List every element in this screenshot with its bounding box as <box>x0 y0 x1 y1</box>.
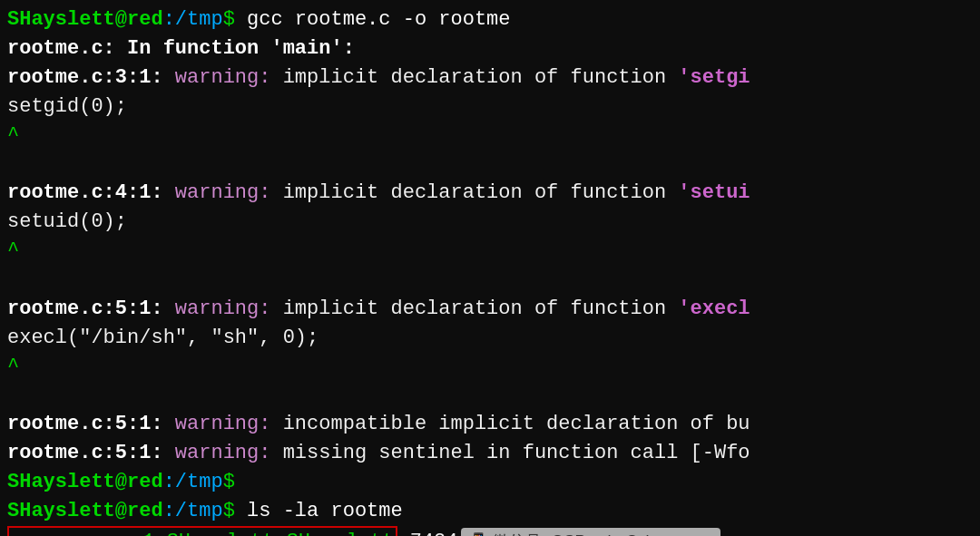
warning-prefix-4: rootme.c:5:1: <box>7 413 175 435</box>
warning-text-1: implicit declaration of function <box>270 66 678 89</box>
command-text: gcc rootme.c -o rootme <box>235 8 511 31</box>
prompt-path-2: :/tmp <box>163 471 223 493</box>
warning-text-4: incompatible implicit declaration of bu <box>270 413 750 435</box>
line-caret-3: ^ <box>0 353 980 382</box>
caret-3: ^ <box>7 356 19 378</box>
warning-text-2: implicit declaration of function <box>270 181 678 204</box>
code-setuid: setuid(0); <box>7 210 127 233</box>
ls-size: 7424 <box>397 531 457 536</box>
terminal-window: SHayslett@red:/tmp$ gcc rootme.c -o root… <box>0 0 980 536</box>
line-warning-incompatible: rootme.c:5:1: warning: incompatible impl… <box>0 410 980 439</box>
line-prompt-1: SHayslett@red:/tmp$ <box>0 468 980 497</box>
line-in-function: rootme.c: In function 'main': <box>0 34 980 63</box>
warning-label-4: warning: <box>175 413 271 435</box>
line-execl-code: execl("/bin/sh", "sh", 0); <box>0 324 980 353</box>
ls-permissions: -rwxrwxr-x 1 SHayslett SHayslett <box>11 531 394 536</box>
line-blank-3 <box>0 382 980 411</box>
line-gcc-command: SHayslett@red:/tmp$ gcc rootme.c -o root… <box>0 5 980 34</box>
line-warning-sentinel: rootme.c:5:1: warning: missing sentinel … <box>0 439 980 468</box>
code-setgid: setgid(0); <box>7 95 127 118</box>
output-main: 'main': <box>270 37 354 60</box>
warning-text-5: missing sentinel in function call [-Wfo <box>270 442 750 464</box>
line-caret-2: ^ <box>0 237 980 266</box>
line-warning-setuid: rootme.c:4:1: warning: implicit declarat… <box>0 179 980 208</box>
warning-prefix-3: rootme.c:5:1: <box>7 297 175 320</box>
prompt-path-3: :/tmp <box>163 500 223 522</box>
warning-func-1: 'setgi <box>678 66 750 89</box>
prompt-path: :/tmp <box>163 8 223 31</box>
warning-label-5: warning: <box>175 442 271 464</box>
warning-func-3: 'execl <box>678 297 750 320</box>
ls-result-highlighted: -rwxrwxr-x 1 SHayslett SHayslett <box>7 526 397 536</box>
line-warning-execl: rootme.c:5:1: warning: implicit declarat… <box>0 295 980 324</box>
line-setuid-code: setuid(0); <box>0 208 980 237</box>
prompt-dollar-2: $ <box>223 471 235 493</box>
warning-prefix-2: rootme.c:4:1: <box>7 181 175 204</box>
line-ls-result: -rwxrwxr-x 1 SHayslett SHayslett 7424📱 微… <box>0 526 980 536</box>
line-blank-2 <box>0 266 980 295</box>
warning-prefix-1: rootme.c:3:1: <box>7 66 175 89</box>
prompt-dollar-3: $ <box>223 500 235 522</box>
line-setgid-code: setgid(0); <box>0 93 980 122</box>
code-execl: execl("/bin/sh", "sh", 0); <box>7 326 318 349</box>
warning-label-2: warning: <box>175 181 271 204</box>
prompt-user-2: SHayslett@red <box>7 471 163 493</box>
warning-func-2: 'setui <box>678 181 750 204</box>
line-blank-1 <box>0 150 980 179</box>
prompt-user-3: SHayslett@red <box>7 500 163 522</box>
line-warning-setgid: rootme.c:3:1: warning: implicit declarat… <box>0 63 980 93</box>
line-ls-command: SHayslett@red:/tmp$ ls -la rootme <box>0 497 980 526</box>
ls-command-text: ls -la rootme <box>235 500 403 522</box>
warning-label-3: warning: <box>175 297 271 320</box>
caret-1: ^ <box>7 124 19 147</box>
prompt-dollar: $ <box>223 8 235 31</box>
prompt-user: SHayslett@red <box>7 8 163 31</box>
watermark-badge: 📱 微信号: OSPtech_Cyberspace <box>461 528 720 536</box>
output-filename: rootme.c: In function <box>7 37 270 60</box>
line-caret-1: ^ <box>0 122 980 151</box>
warning-label-1: warning: <box>175 66 271 89</box>
warning-text-3: implicit declaration of function <box>270 297 678 320</box>
caret-2: ^ <box>7 239 19 262</box>
warning-prefix-5: rootme.c:5:1: <box>7 442 175 464</box>
